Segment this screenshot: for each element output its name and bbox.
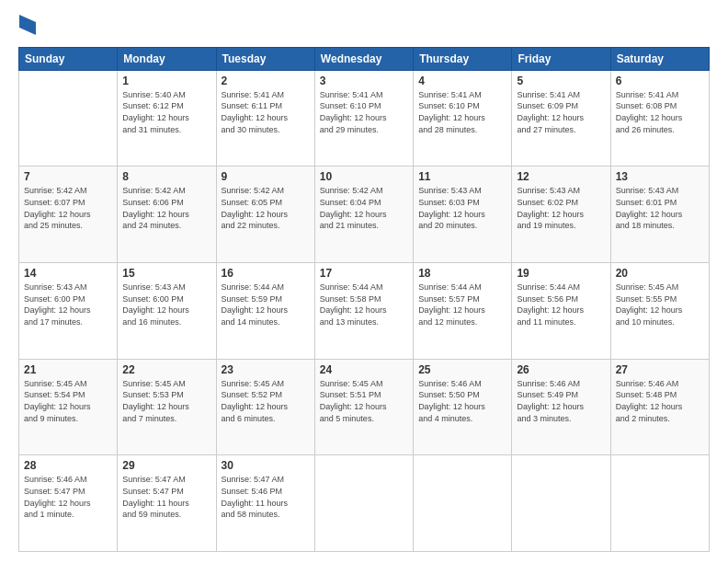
calendar-week-row: 7Sunrise: 5:42 AM Sunset: 6:07 PM Daylig… — [19, 167, 710, 263]
day-info: Sunrise: 5:42 AM Sunset: 6:06 PM Dayligh… — [122, 185, 210, 231]
calendar-day-cell: 23Sunrise: 5:45 AM Sunset: 5:52 PM Dayli… — [216, 359, 314, 455]
day-number: 6 — [616, 75, 704, 87]
calendar-day-cell: 22Sunrise: 5:45 AM Sunset: 5:53 PM Dayli… — [118, 359, 216, 455]
calendar-day-cell: 25Sunrise: 5:46 AM Sunset: 5:50 PM Dayli… — [414, 359, 512, 455]
day-number: 20 — [616, 267, 704, 280]
day-info: Sunrise: 5:43 AM Sunset: 6:02 PM Dayligh… — [517, 185, 605, 231]
weekday-header: Sunday — [19, 47, 118, 70]
calendar-day-cell: 15Sunrise: 5:43 AM Sunset: 6:00 PM Dayli… — [118, 263, 216, 360]
weekday-header: Friday — [512, 47, 610, 70]
weekday-header: Monday — [118, 47, 216, 70]
calendar-week-row: 14Sunrise: 5:43 AM Sunset: 6:00 PM Dayli… — [19, 263, 710, 360]
day-info: Sunrise: 5:45 AM Sunset: 5:52 PM Dayligh… — [222, 378, 310, 424]
calendar-day-cell: 1Sunrise: 5:40 AM Sunset: 6:12 PM Daylig… — [118, 70, 216, 167]
calendar-day-cell: 2Sunrise: 5:41 AM Sunset: 6:11 PM Daylig… — [216, 70, 314, 167]
calendar-day-cell: 17Sunrise: 5:44 AM Sunset: 5:58 PM Dayli… — [314, 263, 413, 360]
day-info: Sunrise: 5:45 AM Sunset: 5:51 PM Dayligh… — [320, 378, 408, 424]
day-info: Sunrise: 5:42 AM Sunset: 6:04 PM Dayligh… — [320, 185, 408, 231]
day-number: 10 — [320, 170, 408, 183]
day-number: 5 — [517, 75, 605, 87]
day-info: Sunrise: 5:43 AM Sunset: 6:00 PM Dayligh… — [122, 282, 210, 327]
day-number: 11 — [418, 170, 506, 183]
weekday-header: Thursday — [414, 47, 512, 70]
day-info: Sunrise: 5:47 AM Sunset: 5:46 PM Dayligh… — [222, 474, 310, 520]
day-number: 19 — [517, 267, 605, 280]
calendar-header-row: SundayMondayTuesdayWednesdayThursdayFrid… — [19, 47, 710, 70]
day-info: Sunrise: 5:46 AM Sunset: 5:48 PM Dayligh… — [616, 378, 704, 424]
day-info: Sunrise: 5:41 AM Sunset: 6:08 PM Dayligh… — [616, 89, 704, 135]
day-info: Sunrise: 5:44 AM Sunset: 5:56 PM Dayligh… — [517, 282, 605, 327]
day-number: 7 — [24, 170, 112, 183]
day-number: 22 — [122, 363, 210, 376]
logo — [18, 15, 36, 40]
calendar-week-row: 1Sunrise: 5:40 AM Sunset: 6:12 PM Daylig… — [19, 70, 710, 167]
calendar-day-cell: 13Sunrise: 5:43 AM Sunset: 6:01 PM Dayli… — [610, 167, 709, 263]
calendar-day-cell: 5Sunrise: 5:41 AM Sunset: 6:09 PM Daylig… — [512, 70, 610, 167]
calendar-week-row: 28Sunrise: 5:46 AM Sunset: 5:47 PM Dayli… — [19, 455, 710, 552]
day-number: 16 — [222, 267, 310, 280]
calendar-day-cell: 12Sunrise: 5:43 AM Sunset: 6:02 PM Dayli… — [512, 167, 610, 263]
calendar-day-cell: 18Sunrise: 5:44 AM Sunset: 5:57 PM Dayli… — [414, 263, 512, 360]
weekday-header: Wednesday — [314, 47, 413, 70]
weekday-header: Tuesday — [216, 47, 314, 70]
day-number: 17 — [320, 267, 408, 280]
day-number: 24 — [320, 363, 408, 376]
day-info: Sunrise: 5:45 AM Sunset: 5:54 PM Dayligh… — [24, 378, 112, 424]
calendar-day-cell: 8Sunrise: 5:42 AM Sunset: 6:06 PM Daylig… — [118, 167, 216, 263]
calendar-day-cell: 6Sunrise: 5:41 AM Sunset: 6:08 PM Daylig… — [610, 70, 709, 167]
day-info: Sunrise: 5:41 AM Sunset: 6:11 PM Dayligh… — [222, 89, 310, 135]
calendar-day-cell: 9Sunrise: 5:42 AM Sunset: 6:05 PM Daylig… — [216, 167, 314, 263]
day-number: 12 — [517, 170, 605, 183]
calendar-day-cell — [610, 455, 709, 552]
day-number: 15 — [122, 267, 210, 280]
day-number: 13 — [616, 170, 704, 183]
day-number: 1 — [122, 75, 210, 87]
day-number: 21 — [24, 363, 112, 376]
day-info: Sunrise: 5:44 AM Sunset: 5:58 PM Dayligh… — [320, 282, 408, 327]
day-number: 14 — [24, 267, 112, 280]
day-info: Sunrise: 5:43 AM Sunset: 6:01 PM Dayligh… — [616, 185, 704, 231]
day-info: Sunrise: 5:43 AM Sunset: 6:03 PM Dayligh… — [418, 185, 506, 231]
calendar-day-cell: 30Sunrise: 5:47 AM Sunset: 5:46 PM Dayli… — [216, 455, 314, 552]
day-number: 27 — [616, 363, 704, 376]
day-number: 23 — [222, 363, 310, 376]
weekday-header: Saturday — [610, 47, 709, 70]
day-info: Sunrise: 5:45 AM Sunset: 5:53 PM Dayligh… — [122, 378, 210, 424]
day-info: Sunrise: 5:43 AM Sunset: 6:00 PM Dayligh… — [24, 282, 112, 327]
day-info: Sunrise: 5:45 AM Sunset: 5:55 PM Dayligh… — [616, 282, 704, 327]
calendar-day-cell — [414, 455, 512, 552]
calendar-day-cell: 24Sunrise: 5:45 AM Sunset: 5:51 PM Dayli… — [314, 359, 413, 455]
calendar-day-cell: 26Sunrise: 5:46 AM Sunset: 5:49 PM Dayli… — [512, 359, 610, 455]
calendar-day-cell: 21Sunrise: 5:45 AM Sunset: 5:54 PM Dayli… — [19, 359, 118, 455]
calendar-day-cell: 28Sunrise: 5:46 AM Sunset: 5:47 PM Dayli… — [19, 455, 118, 552]
day-info: Sunrise: 5:47 AM Sunset: 5:47 PM Dayligh… — [122, 474, 210, 520]
calendar-day-cell: 27Sunrise: 5:46 AM Sunset: 5:48 PM Dayli… — [610, 359, 709, 455]
day-number: 4 — [418, 75, 506, 87]
calendar-week-row: 21Sunrise: 5:45 AM Sunset: 5:54 PM Dayli… — [19, 359, 710, 455]
day-info: Sunrise: 5:41 AM Sunset: 6:10 PM Dayligh… — [418, 89, 506, 135]
day-number: 28 — [24, 459, 112, 472]
calendar-day-cell: 14Sunrise: 5:43 AM Sunset: 6:00 PM Dayli… — [19, 263, 118, 360]
day-info: Sunrise: 5:42 AM Sunset: 6:05 PM Dayligh… — [222, 185, 310, 231]
calendar-day-cell: 20Sunrise: 5:45 AM Sunset: 5:55 PM Dayli… — [610, 263, 709, 360]
calendar-day-cell: 10Sunrise: 5:42 AM Sunset: 6:04 PM Dayli… — [314, 167, 413, 263]
page: SundayMondayTuesdayWednesdayThursdayFrid… — [0, 0, 728, 563]
calendar-day-cell: 3Sunrise: 5:41 AM Sunset: 6:10 PM Daylig… — [314, 70, 413, 167]
day-number: 26 — [517, 363, 605, 376]
calendar-day-cell — [19, 70, 118, 167]
calendar-table: SundayMondayTuesdayWednesdayThursdayFrid… — [18, 47, 710, 552]
calendar-day-cell: 4Sunrise: 5:41 AM Sunset: 6:10 PM Daylig… — [414, 70, 512, 167]
calendar-day-cell: 19Sunrise: 5:44 AM Sunset: 5:56 PM Dayli… — [512, 263, 610, 360]
calendar-day-cell — [512, 455, 610, 552]
day-info: Sunrise: 5:41 AM Sunset: 6:09 PM Dayligh… — [517, 89, 605, 135]
calendar-day-cell: 29Sunrise: 5:47 AM Sunset: 5:47 PM Dayli… — [118, 455, 216, 552]
calendar-day-cell: 16Sunrise: 5:44 AM Sunset: 5:59 PM Dayli… — [216, 263, 314, 360]
day-number: 18 — [418, 267, 506, 280]
day-number: 9 — [222, 170, 310, 183]
day-number: 25 — [418, 363, 506, 376]
day-number: 3 — [320, 75, 408, 87]
day-info: Sunrise: 5:41 AM Sunset: 6:10 PM Dayligh… — [320, 89, 408, 135]
svg-marker-0 — [19, 15, 36, 35]
calendar-day-cell: 11Sunrise: 5:43 AM Sunset: 6:03 PM Dayli… — [414, 167, 512, 263]
day-info: Sunrise: 5:42 AM Sunset: 6:07 PM Dayligh… — [24, 185, 112, 231]
